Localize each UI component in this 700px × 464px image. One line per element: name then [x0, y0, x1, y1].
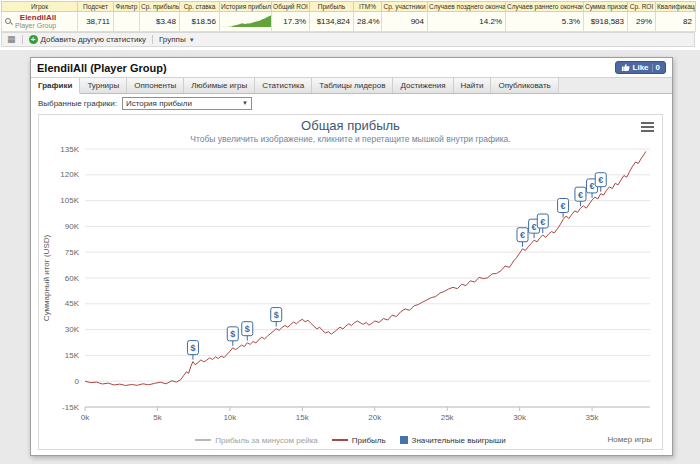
legend-label: Значительные выигрыши	[412, 436, 506, 445]
svg-text:$: $	[190, 343, 195, 353]
table-header-row: Игрок Подсчет Фильтр Ср. прибыль Ср. ста…	[2, 2, 696, 12]
legend-line-swatch	[195, 439, 211, 441]
total-prizes-value: $918,583	[584, 12, 628, 32]
groups-dropdown[interactable]: Группы ▼	[159, 35, 195, 44]
tab-publish[interactable]: Опубликовать	[491, 78, 558, 93]
late-finish-value: 14.2%	[428, 12, 506, 32]
svg-text:€: €	[520, 230, 525, 240]
table-row: ElendilAll Player Group 38,711 $3.48 $18…	[2, 12, 696, 32]
svg-text:-15K: -15K	[62, 403, 80, 412]
svg-text:€: €	[561, 201, 566, 211]
tab-leaderboards[interactable]: Таблицы лидеров	[312, 78, 393, 93]
player-cell: ElendilAll Player Group	[2, 12, 78, 32]
col-header-avg-profit[interactable]: Ср. прибыль	[140, 2, 180, 12]
tab-bar: Графики Турниры Оппоненты Любимые игры С…	[31, 77, 672, 94]
like-label: Like	[633, 63, 649, 72]
player-name[interactable]: ElendilAll	[15, 13, 56, 22]
count-value: 38,711	[78, 12, 114, 32]
add-statistic-button[interactable]: + Добавить другую статистику	[29, 35, 146, 44]
graph-selector-row: Выбранные графики: История прибыли ▼	[31, 94, 672, 112]
magnifier-icon[interactable]	[5, 18, 12, 25]
itm-value: 28.4%	[354, 12, 382, 32]
avg-roi-value: 29%	[628, 12, 656, 32]
svg-text:15K: 15K	[65, 351, 80, 360]
avg-entrants-value: 904	[382, 12, 428, 32]
tab-tournaments[interactable]: Турниры	[80, 78, 127, 93]
like-separator	[652, 64, 653, 72]
thumbs-up-icon	[621, 63, 630, 72]
tab-opponents[interactable]: Оппоненты	[127, 78, 184, 93]
like-count: 0	[656, 63, 660, 72]
facebook-like-button[interactable]: Like 0	[615, 61, 666, 74]
tab-graphs[interactable]: Графики	[31, 78, 80, 94]
col-header-profit-history[interactable]: История прибыли	[220, 2, 272, 12]
total-roi-value: 17.3%	[272, 12, 310, 32]
chart-menu-icon[interactable]	[641, 120, 654, 134]
col-header-late-finish[interactable]: Случаев позднего окончания	[428, 2, 506, 12]
avg-profit-value: $3.48	[140, 12, 180, 32]
profit-history-cell[interactable]	[220, 12, 272, 32]
chevron-down-icon: ▼	[242, 100, 248, 106]
graph-select[interactable]: История прибыли ▼	[122, 97, 252, 110]
plus-icon: +	[29, 35, 38, 44]
chart-title: Общая прибыль	[39, 115, 662, 133]
page: Игрок Подсчет Фильтр Ср. прибыль Ср. ста…	[0, 0, 700, 464]
col-header-filter[interactable]: Фильтр	[114, 2, 140, 12]
stats-table: Игрок Подсчет Фильтр Ср. прибыль Ср. ста…	[1, 1, 696, 32]
col-header-total-prizes[interactable]: Сумма призов	[584, 2, 628, 12]
legend-label: Прибыль	[352, 436, 386, 445]
chart-subtitle: Чтобы увеличить изображение, кликните и …	[39, 133, 662, 144]
player-subtitle: Player Group	[15, 22, 56, 30]
svg-text:€: €	[578, 190, 583, 200]
legend-line-swatch	[332, 439, 348, 441]
x-axis-title: Номер игры	[608, 435, 652, 444]
svg-text:0k: 0k	[81, 413, 90, 422]
svg-text:€: €	[532, 222, 537, 232]
avg-stake-value: $18.56	[180, 12, 220, 32]
tab-achievements[interactable]: Достижения	[393, 78, 453, 93]
profit-chart-plot[interactable]: -15K015K30K45K60K75K90K105K120K135K0k5k1…	[39, 144, 662, 426]
svg-text:$: $	[274, 310, 279, 320]
add-statistic-label: Добавить другую статистику	[41, 35, 146, 44]
filter-cell[interactable]	[114, 12, 140, 32]
col-header-avg-roi[interactable]: Ср. ROI	[628, 2, 656, 12]
groups-label: Группы	[159, 35, 186, 44]
legend-square-swatch	[400, 436, 408, 444]
early-finish-value: 5.3%	[506, 12, 584, 32]
panel-header: ElendilAll (Player Group) Like 0	[31, 58, 672, 77]
col-header-player[interactable]: Игрок	[2, 2, 78, 12]
svg-text:20k: 20k	[368, 413, 382, 422]
toolbar-separator	[152, 35, 153, 44]
tab-favorite-games[interactable]: Любимые игры	[184, 78, 255, 93]
col-header-avg-entrants[interactable]: Ср. участники	[382, 2, 428, 12]
table-view-icon[interactable]: ▦	[7, 35, 16, 44]
svg-text:75K: 75K	[65, 248, 80, 257]
selected-graphs-label: Выбранные графики:	[38, 99, 117, 108]
profit-history-sparkline[interactable]	[223, 14, 272, 27]
svg-text:Суммарный итог (USD): Суммарный итог (USD)	[42, 235, 51, 322]
svg-text:60K: 60K	[65, 274, 80, 283]
col-header-itm[interactable]: ITM%	[354, 2, 382, 12]
col-header-count[interactable]: Подсчет	[78, 2, 114, 12]
svg-text:120K: 120K	[60, 170, 79, 179]
svg-text:30k: 30k	[513, 413, 527, 422]
svg-text:105K: 105K	[60, 196, 79, 205]
svg-text:€: €	[590, 181, 595, 191]
toolbar-separator	[22, 35, 23, 44]
col-header-profit[interactable]: Прибыль	[310, 2, 354, 12]
col-header-qualification[interactable]: Квалификация	[656, 2, 696, 12]
col-header-avg-stake[interactable]: Ср. ставка	[180, 2, 220, 12]
col-header-total-roi[interactable]: Общий ROI	[272, 2, 310, 12]
legend-item-profit-minus-rake[interactable]: Прибыль за минусом рейка	[195, 436, 317, 445]
svg-text:135K: 135K	[60, 145, 79, 154]
col-header-early-finish[interactable]: Случаев раннего окончания	[506, 2, 584, 12]
legend-item-significant-wins[interactable]: Значительные выигрыши	[400, 436, 506, 445]
tab-statistics[interactable]: Статистика	[255, 78, 312, 93]
graph-select-value: История прибыли	[126, 99, 192, 108]
svg-text:35k: 35k	[586, 413, 600, 422]
qualification-value: 82	[656, 12, 696, 32]
chevron-down-icon: ▼	[189, 37, 195, 43]
chart-container: Общая прибыль Чтобы увеличить изображени…	[38, 114, 663, 450]
legend-item-profit[interactable]: Прибыль	[332, 436, 386, 445]
tab-find[interactable]: Найти	[454, 78, 492, 93]
